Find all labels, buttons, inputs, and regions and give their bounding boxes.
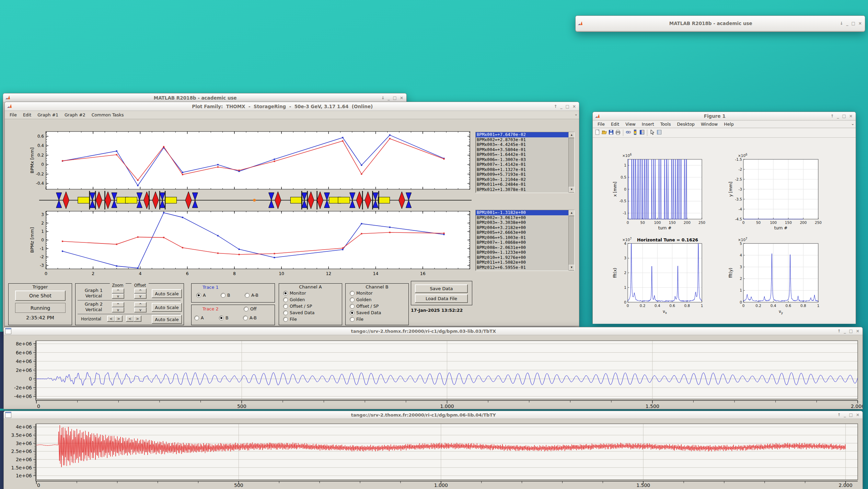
minimize-button[interactable]: _ bbox=[388, 95, 390, 100]
scrollbar[interactable]: ▲▼ bbox=[568, 210, 574, 271]
one-shot-button[interactable]: One Shot bbox=[15, 291, 66, 301]
maximize-button[interactable]: □ bbox=[393, 95, 397, 100]
bpmz-list-item[interactable]: BPMz010=+1.9276e+00 bbox=[476, 255, 574, 260]
bpmz-list-item[interactable]: BPMz007=-1.0868e+00 bbox=[476, 240, 574, 245]
menu-item-edit[interactable]: Edit bbox=[20, 112, 34, 118]
maximize-button[interactable]: □ bbox=[566, 104, 569, 109]
running-indicator[interactable]: Running bbox=[15, 303, 66, 313]
channel-a-option-monitor[interactable]: Monitor bbox=[283, 291, 306, 296]
titlebar[interactable]: tango://srv-2.thomx.fr:20000/ri-c1/dg/bp… bbox=[4, 327, 863, 335]
minimize-button[interactable]: _ bbox=[844, 329, 846, 333]
menu-item-graph-2[interactable]: Graph #2 bbox=[62, 112, 88, 118]
horizontal-offset-left-button[interactable]: < bbox=[126, 316, 134, 322]
titlebar[interactable]: Plot Family: THOMX - StorageRing - 50e-3… bbox=[5, 102, 579, 111]
bpmx-list-item[interactable]: BPMx011=+6.2484e-01 bbox=[476, 182, 574, 187]
link-plot-icon[interactable] bbox=[625, 129, 631, 136]
graph1-offset-up-button[interactable]: ^ bbox=[134, 288, 147, 294]
close-button[interactable]: × bbox=[856, 412, 859, 417]
menu-item-help[interactable]: Help bbox=[721, 121, 737, 127]
graph1-auto-scale-button[interactable]: Auto Scale bbox=[152, 289, 182, 298]
bpmx-list-item[interactable]: BPMx012=+1.3078e-01 bbox=[476, 187, 574, 192]
close-button[interactable]: × bbox=[858, 21, 862, 26]
bpmz-list-item[interactable]: BPMz008=-2.0631e+00 bbox=[476, 245, 574, 250]
bpmz-list-item[interactable]: BPMz005=+2.6663e+00 bbox=[476, 230, 574, 235]
bpmx-list-item[interactable]: BPMx002=+2.8703e-01 bbox=[476, 137, 574, 143]
bpmx-list-item[interactable]: BPMx008=+1.1327e-01 bbox=[476, 167, 574, 172]
scroll-up-button[interactable]: ▲ bbox=[569, 132, 575, 138]
insert-legend-icon[interactable] bbox=[639, 129, 645, 136]
trace1-option-a-b[interactable]: A-B bbox=[245, 293, 258, 298]
scrollbar[interactable]: ▲▼ bbox=[568, 132, 574, 193]
titlebar[interactable]: tango://srv-2.thomx.fr:20000/ri-c1/dg/bp… bbox=[4, 411, 863, 419]
shade-button[interactable]: ↑ bbox=[831, 114, 834, 118]
close-button[interactable]: × bbox=[849, 114, 853, 118]
close-button[interactable]: × bbox=[572, 104, 576, 109]
bpmx-list-item[interactable]: BPMx001=+7.6470e-02 bbox=[476, 132, 574, 137]
open-file-icon[interactable] bbox=[601, 129, 607, 136]
menu-item-window[interactable]: Window bbox=[698, 121, 720, 127]
horizontal-zoom-left-button[interactable]: < bbox=[107, 316, 115, 322]
scroll-up-button[interactable]: ▲ bbox=[569, 210, 575, 216]
unshade-button[interactable]: ↓ bbox=[381, 95, 385, 100]
maximize-button[interactable]: □ bbox=[842, 114, 846, 118]
maximize-button[interactable]: □ bbox=[849, 329, 853, 333]
channel-a-option-golden[interactable]: Golden bbox=[283, 297, 305, 302]
edit-plot-icon[interactable] bbox=[649, 129, 655, 136]
bpmx-list-item[interactable]: BPMx003=-4.4245e-01 bbox=[476, 142, 574, 147]
bpmz-list-item[interactable]: BPMz002=-3.0617e+00 bbox=[476, 215, 574, 220]
minimize-button[interactable]: _ bbox=[837, 114, 839, 118]
unshade-button[interactable]: ↓ bbox=[840, 21, 843, 26]
shade-button[interactable]: ↑ bbox=[554, 104, 557, 109]
print-figure-icon[interactable] bbox=[615, 129, 621, 136]
shade-button[interactable]: ↑ bbox=[837, 412, 841, 417]
titlebar[interactable]: MATLAB R2018b - academic use ↓ _ □ × bbox=[3, 93, 406, 102]
menu-item-insert[interactable]: Insert bbox=[639, 121, 657, 127]
bpmx-list-item[interactable]: BPMx010=-1.2104e-02 bbox=[476, 177, 574, 182]
bpmz-list-item[interactable]: BPMz012=+6.5955e-01 bbox=[476, 265, 574, 270]
minimize-button[interactable]: _ bbox=[844, 412, 846, 417]
bpmx-list-item[interactable]: BPMx007=-1.4142e-01 bbox=[476, 162, 574, 167]
save-data-button[interactable]: Save Data bbox=[415, 284, 468, 293]
graph2-offset-down-button[interactable]: v bbox=[134, 307, 147, 312]
graph2-zoom-up-button[interactable]: ^ bbox=[112, 302, 124, 307]
bpmz-list-item[interactable]: BPMz003=-3.3038e+00 bbox=[476, 220, 574, 225]
maximize-button[interactable]: □ bbox=[852, 21, 855, 26]
bpmx-listbox[interactable]: BPMx001=+7.6470e-02BPMx002=+2.8703e-01BP… bbox=[475, 132, 575, 193]
channel-b-option-monitor[interactable]: Monitor bbox=[350, 291, 373, 296]
bpmx-list-item[interactable]: BPMx006=-1.3007e-03 bbox=[476, 157, 574, 162]
bpmz-list-item[interactable]: BPMz004=+3.2182e+00 bbox=[476, 225, 574, 230]
channel-b-option-golden[interactable]: Golden bbox=[350, 297, 371, 302]
horizontal-offset-right-button[interactable]: > bbox=[134, 316, 141, 322]
channel-a-option-saved-data[interactable]: Saved Data bbox=[283, 310, 314, 315]
shade-button[interactable]: ↑ bbox=[837, 329, 841, 333]
bpmz-list-item[interactable]: BPMz009=-1.1233e+00 bbox=[476, 250, 574, 255]
trace2-option-a[interactable]: A bbox=[194, 315, 204, 320]
menu-item-graph-1[interactable]: Graph #1 bbox=[35, 112, 61, 118]
graph1-zoom-up-button[interactable]: ^ bbox=[112, 288, 124, 294]
menu-item-file[interactable]: File bbox=[595, 121, 607, 127]
menu-item-tools[interactable]: Tools bbox=[658, 121, 674, 127]
trace2-option-b[interactable]: B bbox=[219, 315, 229, 320]
maximize-button[interactable]: □ bbox=[849, 412, 853, 417]
scroll-down-button[interactable]: ▼ bbox=[569, 265, 575, 271]
trace2-option-off[interactable]: Off bbox=[244, 306, 256, 311]
graph2-auto-scale-button[interactable]: Auto Scale bbox=[152, 303, 182, 312]
bpmz-listbox[interactable]: BPMz001=-1.3182e+00BPMz002=-3.0617e+00BP… bbox=[475, 210, 575, 271]
graph1-offset-down-button[interactable]: v bbox=[134, 294, 147, 299]
menu-item-file[interactable]: File bbox=[7, 112, 20, 118]
titlebar[interactable]: MATLAB R2018b - academic use ↓ _ □ × bbox=[576, 16, 865, 31]
graph2-offset-up-button[interactable]: ^ bbox=[134, 302, 147, 307]
graph2-zoom-down-button[interactable]: v bbox=[112, 307, 124, 312]
titlebar[interactable]: Figure 1 ↑ _ □ × bbox=[593, 112, 856, 121]
menu-item-edit[interactable]: Edit bbox=[608, 121, 622, 127]
horizontal-zoom-right-button[interactable]: > bbox=[115, 316, 123, 322]
bpmx-list-item[interactable]: BPMx005=-1.6442e-01 bbox=[476, 152, 574, 157]
property-inspector-icon[interactable] bbox=[656, 129, 662, 136]
channel-b-option-file[interactable]: File bbox=[350, 317, 363, 322]
graph1-zoom-down-button[interactable]: v bbox=[112, 294, 124, 299]
trace1-option-b[interactable]: B bbox=[221, 293, 230, 298]
bpmz-list-item[interactable]: BPMz006=+5.1003e-01 bbox=[476, 235, 574, 240]
channel-a-option-offset-sp[interactable]: Offset / SP bbox=[283, 304, 312, 309]
close-button[interactable]: × bbox=[400, 95, 403, 100]
minimize-button[interactable]: _ bbox=[560, 104, 563, 109]
